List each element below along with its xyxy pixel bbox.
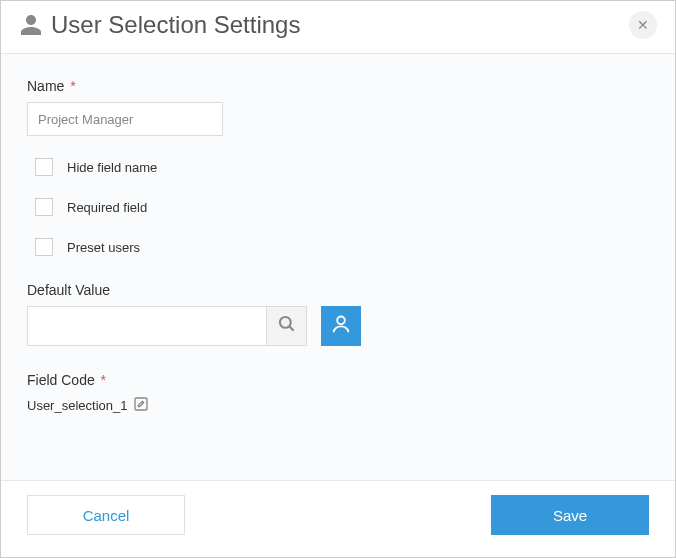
name-label: Name * (27, 78, 649, 94)
user-icon (19, 13, 43, 37)
cancel-button[interactable]: Cancel (27, 495, 185, 535)
required-field-checkbox[interactable] (35, 198, 53, 216)
cancel-button-label: Cancel (83, 507, 130, 524)
required-field-row: Required field (35, 198, 649, 216)
hide-field-name-checkbox[interactable] (35, 158, 53, 176)
user-picker-icon (330, 313, 352, 339)
save-button[interactable]: Save (491, 495, 649, 535)
modal-header: User Selection Settings ✕ (1, 1, 675, 54)
default-value-label: Default Value (27, 282, 649, 298)
hide-field-name-row: Hide field name (35, 158, 649, 176)
preset-users-row: Preset users (35, 238, 649, 256)
field-code-value: User_selection_1 (27, 398, 127, 413)
search-icon (277, 314, 297, 338)
default-value-user-picker-button[interactable] (321, 306, 361, 346)
svg-point-2 (337, 316, 345, 324)
name-label-text: Name (27, 78, 64, 94)
field-code-row: User_selection_1 (27, 396, 649, 415)
preset-users-label: Preset users (67, 240, 140, 255)
preset-users-checkbox[interactable] (35, 238, 53, 256)
save-button-label: Save (553, 507, 587, 524)
default-value-search-button[interactable] (267, 306, 307, 346)
required-field-label: Required field (67, 200, 147, 215)
name-input[interactable] (27, 102, 223, 136)
svg-line-1 (289, 327, 293, 331)
field-code-label: Field Code * (27, 372, 649, 388)
svg-rect-3 (135, 398, 147, 410)
modal-footer: Cancel Save (1, 480, 675, 557)
user-selection-settings-modal: User Selection Settings ✕ Name * Hide fi… (0, 0, 676, 558)
name-required-mark: * (70, 78, 75, 94)
close-icon: ✕ (637, 17, 649, 33)
default-value-input[interactable] (27, 306, 267, 346)
close-button[interactable]: ✕ (629, 11, 657, 39)
hide-field-name-label: Hide field name (67, 160, 157, 175)
svg-point-0 (279, 317, 290, 328)
modal-body: Name * Hide field name Required field Pr… (1, 54, 675, 480)
modal-title: User Selection Settings (51, 11, 629, 39)
field-code-required-mark: * (101, 372, 106, 388)
pencil-icon (133, 396, 149, 415)
field-code-edit-button[interactable] (133, 396, 149, 415)
field-code-label-text: Field Code (27, 372, 95, 388)
default-value-row (27, 306, 649, 346)
